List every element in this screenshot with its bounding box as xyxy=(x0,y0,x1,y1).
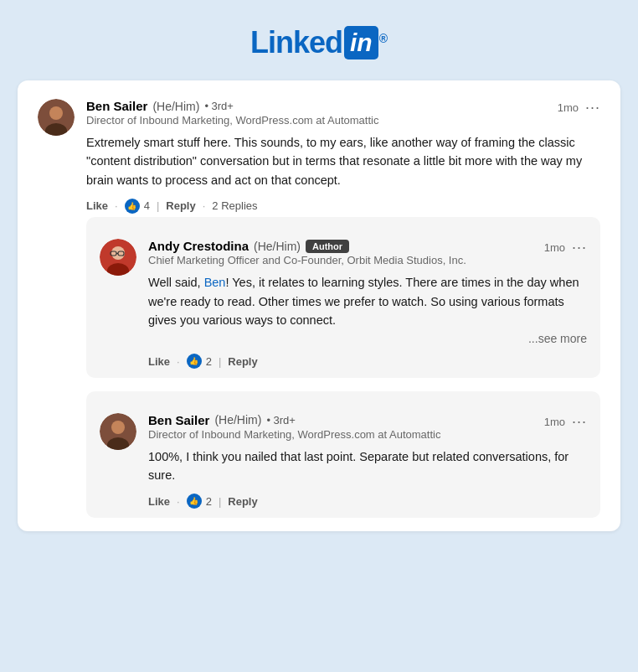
body-prefix-andy: Well said, xyxy=(148,276,204,289)
comment-header-right-andy: 1mo ··· xyxy=(544,239,587,256)
comment-body-ben-1: Extremely smart stuff here. This sounds,… xyxy=(86,133,600,189)
reply-button-ben-1[interactable]: Reply xyxy=(166,198,195,214)
comment-title-ben-1: Director of Inbound Marketing, WordPress… xyxy=(86,114,378,127)
like-count-row-ben-1: 👍 4 xyxy=(125,199,150,214)
comment-actions-ben-1: Like · 👍 4 | Reply · 2 Replies xyxy=(86,198,600,214)
comment-time-andy: 1mo xyxy=(544,241,565,254)
comment-content-ben-1: Ben Sailer (He/Him) • 3rd+ Director of I… xyxy=(86,99,600,214)
comment-pronoun-ben-2: (He/Him) xyxy=(214,413,261,426)
reply-button-andy[interactable]: Reply xyxy=(228,354,257,370)
comment-content-andy: Andy Crestodina (He/Him) Author Chief Ma… xyxy=(148,239,587,369)
like-count-row-andy: 👍 2 xyxy=(187,354,212,369)
replies-link-ben-1[interactable]: 2 Replies xyxy=(212,199,257,212)
comment-pronoun-ben-1: (He/Him) xyxy=(152,100,199,113)
comment-row-andy: Andy Crestodina (He/Him) Author Chief Ma… xyxy=(100,239,587,369)
comment-header-left-ben-2: Ben Sailer (He/Him) • 3rd+ Director of I… xyxy=(148,413,440,441)
comment-body-ben-2: 100%, I think you nailed that last point… xyxy=(148,447,587,485)
comment-actions-ben-2: Like · 👍 2 | Reply xyxy=(148,494,587,509)
comment-pronoun-andy: (He/Him) xyxy=(254,240,301,253)
comment-degree-ben-2: • 3rd+ xyxy=(266,414,296,426)
nested-comment-andy: Andy Crestodina (He/Him) Author Chief Ma… xyxy=(86,217,600,377)
logo-box: in xyxy=(344,26,378,59)
comment-time-ben-1: 1mo xyxy=(558,101,579,114)
avatar-ben-2 xyxy=(100,413,136,450)
avatar-svg-ben-2 xyxy=(100,413,136,450)
comment-header-andy: Andy Crestodina (He/Him) Author Chief Ma… xyxy=(148,239,587,266)
like-count-row-ben-2: 👍 2 xyxy=(187,494,212,509)
comment-name-row-andy: Andy Crestodina (He/Him) Author xyxy=(148,239,466,253)
comment-header-right-ben-1: 1mo ··· xyxy=(558,99,600,116)
svg-point-3 xyxy=(50,107,62,119)
comment-header-ben-2: Ben Sailer (He/Him) • 3rd+ Director of I… xyxy=(148,413,587,441)
more-options-icon-ben-2[interactable]: ··· xyxy=(572,413,587,431)
comment-name-andy: Andy Crestodina xyxy=(148,239,249,253)
nested-comments-section: Andy Crestodina (He/Him) Author Chief Ma… xyxy=(86,217,600,517)
thumb-icon-ben-1: 👍 xyxy=(125,199,140,214)
comment-title-andy: Chief Marketing Officer and Co-Founder, … xyxy=(148,254,466,266)
comment-content-ben-2: Ben Sailer (He/Him) • 3rd+ Director of I… xyxy=(148,413,587,509)
svg-point-14 xyxy=(112,421,124,433)
like-count-ben-2: 2 xyxy=(206,495,212,508)
like-button-ben-1[interactable]: Like xyxy=(86,198,108,214)
logo-dot: ® xyxy=(379,32,388,45)
comment-actions-andy: Like · 👍 2 | Reply xyxy=(148,354,587,370)
like-button-andy[interactable]: Like xyxy=(148,354,170,370)
comment-name-ben-2: Ben Sailer xyxy=(148,413,209,427)
comment-header-right-ben-2: 1mo ··· xyxy=(544,413,587,431)
comment-body-andy: Well said, Ben! Yes, it relates to learn… xyxy=(148,273,587,329)
body-mention-andy: Ben xyxy=(204,276,226,289)
avatar-andy xyxy=(100,239,136,276)
comment-name-row-ben-1: Ben Sailer (He/Him) • 3rd+ xyxy=(86,99,378,113)
comment-header-left-andy: Andy Crestodina (He/Him) Author Chief Ma… xyxy=(148,239,466,266)
comment-time-ben-2: 1mo xyxy=(544,416,565,428)
avatar-svg-ben-1 xyxy=(38,99,75,136)
nested-comment-ben-2: Ben Sailer (He/Him) • 3rd+ Director of I… xyxy=(86,391,600,518)
linkedin-logo: Linked in ® xyxy=(250,25,388,60)
comment-header-ben-1: Ben Sailer (He/Him) • 3rd+ Director of I… xyxy=(86,99,600,127)
like-button-ben-2[interactable]: Like xyxy=(148,494,170,509)
more-options-icon-ben-1[interactable]: ··· xyxy=(585,99,600,116)
avatar-ben-1 xyxy=(38,99,75,136)
see-more-andy[interactable]: ...see more xyxy=(148,332,587,345)
like-count-andy: 2 xyxy=(206,355,212,368)
thumb-icon-andy: 👍 xyxy=(187,354,202,369)
comment-row-ben-2: Ben Sailer (He/Him) • 3rd+ Director of I… xyxy=(100,413,587,509)
like-count-ben-1: 4 xyxy=(144,199,150,212)
comment-name-row-ben-2: Ben Sailer (He/Him) • 3rd+ xyxy=(148,413,440,427)
comment-degree-ben-1: • 3rd+ xyxy=(204,100,234,112)
thumb-icon-ben-2: 👍 xyxy=(187,494,202,509)
comment-row-ben: Ben Sailer (He/Him) • 3rd+ Director of I… xyxy=(38,99,600,214)
author-badge-andy: Author xyxy=(306,240,349,253)
logo-text: Linked xyxy=(250,25,342,60)
comment-name-ben-1: Ben Sailer xyxy=(86,99,147,113)
reply-button-ben-2[interactable]: Reply xyxy=(228,494,257,509)
avatar-svg-andy xyxy=(100,239,136,276)
page-wrapper: Linked in ® Ben Sailer (He/ xyxy=(18,25,620,531)
comment-header-left-ben-1: Ben Sailer (He/Him) • 3rd+ Director of I… xyxy=(86,99,378,127)
comment-title-ben-2: Director of Inbound Marketing, WordPress… xyxy=(148,428,440,441)
comments-card: Ben Sailer (He/Him) • 3rd+ Director of I… xyxy=(18,80,620,531)
more-options-icon-andy[interactable]: ··· xyxy=(572,239,587,256)
